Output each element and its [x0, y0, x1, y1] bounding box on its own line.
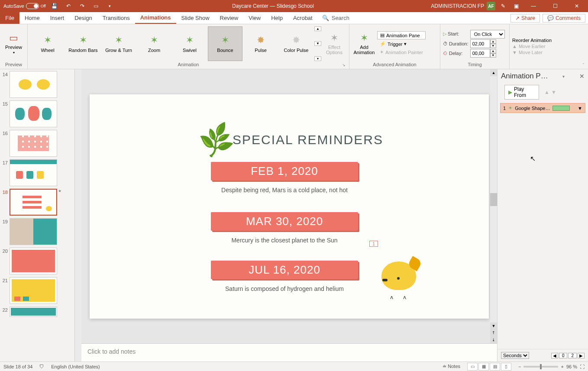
- avatar[interactable]: AF: [487, 2, 495, 10]
- reading-view-icon[interactable]: ▤: [490, 363, 500, 371]
- effect-grow-turn[interactable]: ✶Grow & Turn: [101, 26, 136, 61]
- maximize-button[interactable]: ☐: [546, 0, 565, 12]
- comments-button[interactable]: 💬Comments: [543, 14, 585, 23]
- animation-list-item[interactable]: 1 ✶ Google Shape… ▼: [500, 103, 585, 113]
- delay-input[interactable]: [470, 49, 490, 58]
- tab-design[interactable]: Design: [69, 12, 97, 24]
- thumbnail-15[interactable]: [10, 100, 57, 127]
- animation-painter-button[interactable]: ✶Animation Painter: [377, 48, 426, 56]
- effect-random-bars[interactable]: ✶Random Bars: [66, 26, 100, 61]
- zoom-out-icon[interactable]: −: [518, 364, 521, 369]
- thumbnail-22[interactable]: [10, 306, 57, 317]
- group-label-advanced: Advanced Animation: [352, 62, 437, 68]
- bounce-effect-icon: ✶: [508, 105, 512, 111]
- redo-icon[interactable]: ↷: [77, 1, 87, 11]
- tab-slideshow[interactable]: Slide Show: [176, 12, 215, 24]
- tab-view[interactable]: View: [243, 12, 266, 24]
- timescale-select[interactable]: Seconds: [501, 352, 529, 359]
- undo-icon[interactable]: ↶: [63, 1, 74, 11]
- tab-review[interactable]: Review: [215, 12, 244, 24]
- prev-slide-icon: ⤒: [490, 329, 497, 336]
- effect-options-button[interactable]: ✶ Effect Options: [322, 26, 346, 61]
- zoom-level[interactable]: 96 %: [566, 364, 577, 369]
- effect-color-pulse[interactable]: ✸Color Pulse: [279, 26, 313, 61]
- slide-scrollbar-vertical[interactable]: ▲ ▼ ⤒ ⤓: [490, 69, 497, 343]
- delay-spinner[interactable]: ▲▼: [490, 49, 496, 58]
- status-bar: Slide 18 of 34 ⛉ English (United States)…: [0, 361, 588, 371]
- timeline-pager[interactable]: ◀02▶: [551, 353, 585, 358]
- add-animation-button[interactable]: ✶ Add Animation: [352, 26, 376, 61]
- chick-shape[interactable]: ʌ ʌ: [381, 261, 416, 294]
- reorder-down-icon: ▼: [551, 89, 556, 95]
- duration-spinner[interactable]: ▲▼: [490, 39, 496, 48]
- play-from-button[interactable]: ▶Play From: [504, 85, 539, 100]
- notes-toggle[interactable]: ≐ Notes: [443, 364, 460, 369]
- share-button[interactable]: ↗Share: [510, 14, 540, 23]
- autosave-toggle[interactable]: AutoSave Off: [3, 3, 46, 9]
- main-area: 14 15 16 17 18★ 19 20 21 22 🌿 SPECIAL RE…: [0, 69, 588, 361]
- fit-window-icon[interactable]: ⛶: [580, 364, 585, 369]
- animation-pane: Animation P… ▾ ✕ ▶Play From ▲▼ 1 ✶ Googl…: [497, 69, 588, 361]
- tab-help[interactable]: Help: [266, 12, 288, 24]
- animation-gallery[interactable]: ✶Wheel ✶Random Bars ✶Grow & Turn ✶Zoom ✶…: [30, 26, 313, 61]
- tab-file[interactable]: File: [0, 12, 19, 24]
- qat-more-icon[interactable]: ▾: [105, 1, 115, 11]
- present-icon[interactable]: ▭: [91, 1, 101, 11]
- minimize-button[interactable]: —: [524, 0, 543, 12]
- tab-transitions[interactable]: Transitions: [97, 12, 135, 24]
- tab-animations[interactable]: Animations: [135, 12, 176, 24]
- collapse-ribbon-icon[interactable]: ˄: [582, 63, 585, 67]
- effect-bounce[interactable]: ✶Bounce: [208, 26, 242, 61]
- tab-home[interactable]: Home: [19, 12, 45, 24]
- reorder-label: Reorder Animation: [512, 38, 552, 43]
- tab-acrobat[interactable]: Acrobat: [288, 12, 318, 24]
- zoom-slider[interactable]: [523, 366, 558, 368]
- language-button[interactable]: English (United States): [51, 364, 100, 369]
- gallery-scroll[interactable]: ▲▼▾: [314, 26, 321, 61]
- slide-canvas[interactable]: 🌿 SPECIAL REMINDERS FEB 1, 2020 Despite …: [81, 69, 497, 343]
- duration-input[interactable]: [470, 39, 490, 48]
- thumbnail-18[interactable]: [10, 189, 57, 216]
- pane-menu-icon[interactable]: ▾: [562, 74, 565, 79]
- reorder-up-icon: ▲: [544, 89, 549, 95]
- thumbnail-19[interactable]: [10, 218, 57, 245]
- thumbnail-16[interactable]: [10, 130, 57, 157]
- timing-bar[interactable]: [552, 106, 570, 111]
- thumbnail-14[interactable]: [10, 71, 57, 98]
- animation-number-tag[interactable]: 1: [369, 241, 378, 247]
- close-button[interactable]: ✕: [567, 0, 586, 12]
- effect-pulse[interactable]: ✸Pulse: [243, 26, 278, 61]
- ribbon-display-icon[interactable]: ▣: [511, 1, 521, 11]
- thumbnail-17[interactable]: [10, 159, 57, 186]
- sorter-view-icon[interactable]: ▦: [478, 363, 489, 371]
- save-icon[interactable]: 💾: [49, 1, 60, 11]
- thumbnail-scrollbar[interactable]: [74, 69, 81, 361]
- animation-launcher-icon[interactable]: ↘: [342, 63, 346, 67]
- preview-button[interactable]: ▭ Preview ▾: [3, 26, 25, 61]
- normal-view-icon[interactable]: ▭: [467, 363, 478, 371]
- eyedropper-icon[interactable]: ✎: [498, 1, 508, 11]
- thumbnail-20[interactable]: [10, 248, 57, 274]
- group-label-animation: Animation↘: [30, 62, 346, 68]
- effect-options-icon: ✶: [330, 32, 338, 44]
- thumbnail-panel[interactable]: 14 15 16 17 18★ 19 20 21 22: [0, 69, 74, 361]
- close-pane-icon[interactable]: ✕: [579, 73, 585, 80]
- move-later-button: ▼Move Later: [512, 50, 552, 55]
- thumbnail-21[interactable]: [10, 277, 57, 304]
- slideshow-view-icon[interactable]: ▯: [501, 363, 511, 371]
- painter-icon: ✶: [380, 49, 384, 55]
- slide-counter[interactable]: Slide 18 of 34: [3, 364, 32, 369]
- effect-swivel[interactable]: ✶Swivel: [172, 26, 207, 61]
- search-input[interactable]: 🔍 Search: [318, 15, 354, 21]
- start-select[interactable]: On Click: [470, 30, 505, 39]
- trigger-button[interactable]: ⚡Trigger ▾: [377, 40, 426, 48]
- effect-wheel[interactable]: ✶Wheel: [30, 26, 65, 61]
- down-icon: ▼: [512, 50, 517, 55]
- effect-zoom[interactable]: ✶Zoom: [137, 26, 171, 61]
- animation-pane-button[interactable]: ▤Animation Pane: [377, 31, 426, 39]
- accessibility-icon[interactable]: ⛉: [39, 364, 44, 369]
- notes-input[interactable]: Click to add notes: [81, 343, 497, 361]
- zoom-in-icon[interactable]: +: [561, 364, 563, 369]
- tab-insert[interactable]: Insert: [45, 12, 70, 24]
- item-dropdown-icon[interactable]: ▼: [578, 106, 582, 111]
